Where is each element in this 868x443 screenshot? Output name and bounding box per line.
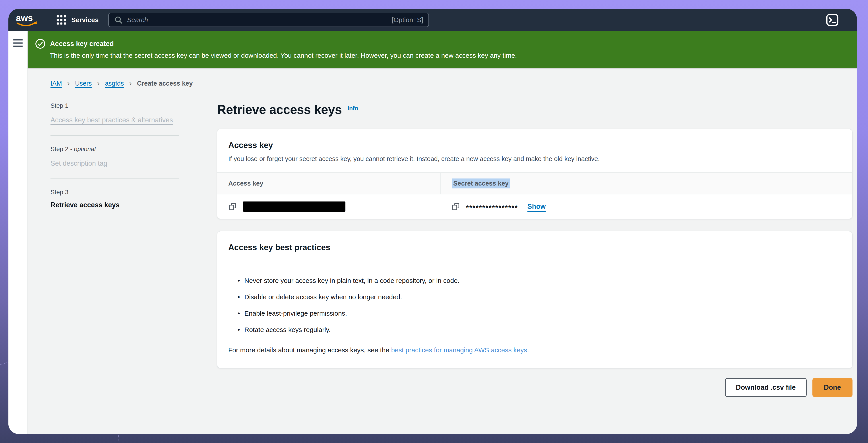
search-input[interactable]: Search [Option+S] bbox=[108, 13, 429, 27]
access-key-card: Access key If you lose or forget your se… bbox=[217, 129, 852, 219]
copy-access-key-icon[interactable] bbox=[228, 202, 237, 211]
copy-secret-key-icon[interactable] bbox=[452, 202, 460, 211]
side-nav-rail bbox=[8, 31, 28, 434]
selected-text-highlight: Secret access key bbox=[452, 178, 510, 189]
services-label: Services bbox=[71, 16, 98, 24]
hamburger-menu-icon[interactable] bbox=[13, 39, 23, 47]
bullet-text: Disable or delete access key when no lon… bbox=[244, 293, 402, 301]
bullet-text: Never store your access key in plain tex… bbox=[244, 277, 460, 284]
step-2-label: Step 2 - optional bbox=[51, 145, 179, 152]
svg-text:aws: aws bbox=[16, 13, 33, 23]
check-circle-icon bbox=[35, 38, 45, 49]
step-2-number: Step 2 bbox=[51, 145, 68, 152]
info-link[interactable]: Info bbox=[348, 105, 358, 112]
bullet-dot: • bbox=[238, 277, 240, 284]
aws-logo-icon: aws bbox=[14, 12, 40, 28]
done-button[interactable]: Done bbox=[812, 378, 853, 397]
bullet-dot: • bbox=[238, 326, 240, 334]
step-divider bbox=[51, 178, 179, 179]
breadcrumb-link-user[interactable]: asgfds bbox=[105, 80, 124, 87]
download-csv-button[interactable]: Download .csv file bbox=[725, 378, 806, 397]
breadcrumb-separator: › bbox=[129, 79, 131, 87]
step-2-link[interactable]: Set description tag bbox=[51, 160, 107, 167]
key-table-header: Access key Secret access key bbox=[217, 172, 852, 195]
search-icon bbox=[114, 15, 123, 24]
bullet-text: Rotate access keys regularly. bbox=[244, 326, 331, 334]
best-practices-title: Access key best practices bbox=[228, 243, 841, 252]
footer-text: For more details about managing access k… bbox=[228, 346, 391, 354]
breadcrumb: IAM › Users › asgfds › Create access key bbox=[51, 80, 852, 87]
aws-logo[interactable]: aws bbox=[14, 12, 40, 28]
step-1-label: Step 1 bbox=[51, 102, 179, 109]
bullet-text: Enable least-privilege permissions. bbox=[244, 310, 347, 317]
success-banner: Access key created This is the only time… bbox=[28, 31, 857, 68]
cloudshell-terminal-icon bbox=[826, 13, 839, 27]
bullet-dot: • bbox=[238, 293, 240, 301]
footer-actions: Download .csv file Done bbox=[217, 378, 852, 397]
column-header-access-key: Access key bbox=[217, 180, 440, 187]
redacted-access-key-value bbox=[243, 202, 345, 212]
list-item: •Never store your access key in plain te… bbox=[238, 277, 841, 284]
step-1-link[interactable]: Access key best practices & alternatives bbox=[51, 116, 173, 124]
step-divider bbox=[51, 135, 179, 136]
breadcrumb-separator: › bbox=[97, 79, 100, 87]
list-item: •Enable least-privilege permissions. bbox=[238, 310, 841, 317]
desktop-background: aws Services Search bbox=[0, 0, 868, 443]
search-keyboard-shortcut: [Option+S] bbox=[392, 16, 423, 24]
steps-nav: Step 1 Access key best practices & alter… bbox=[51, 102, 179, 209]
search-placeholder: Search bbox=[127, 16, 388, 24]
cloudshell-button[interactable] bbox=[826, 13, 839, 27]
key-table-row: **************** Show bbox=[217, 195, 852, 219]
breadcrumb-link-iam[interactable]: IAM bbox=[51, 80, 62, 87]
step-2-optional: - optional bbox=[70, 145, 96, 152]
masked-secret-key: **************** bbox=[466, 204, 518, 211]
column-header-secret-access-key: Secret access key bbox=[440, 173, 852, 194]
topbar-right-divider bbox=[846, 14, 846, 26]
topbar-divider bbox=[48, 14, 48, 26]
best-practices-link[interactable]: best practices for managing AWS access k… bbox=[391, 346, 527, 354]
banner-message: This is the only time that the secret ac… bbox=[50, 52, 844, 59]
step-3-current: Retrieve access keys bbox=[51, 201, 179, 209]
aws-top-nav: aws Services Search bbox=[8, 9, 857, 31]
step-3-label: Step 3 bbox=[51, 189, 179, 196]
best-practices-card: Access key best practices •Never store y… bbox=[217, 231, 852, 368]
page-content: IAM › Users › asgfds › Create access key… bbox=[28, 68, 857, 434]
breadcrumb-current: Create access key bbox=[137, 80, 193, 87]
show-secret-link[interactable]: Show bbox=[527, 203, 546, 210]
page-title-text: Retrieve access keys bbox=[217, 102, 342, 116]
banner-title: Access key created bbox=[50, 40, 114, 48]
main-area: Access key created This is the only time… bbox=[28, 31, 857, 434]
aws-console-window: aws Services Search bbox=[8, 9, 857, 434]
footer-text: . bbox=[527, 346, 529, 354]
main-column: Retrieve access keysInfo Access key If y… bbox=[217, 102, 852, 397]
breadcrumb-separator: › bbox=[67, 79, 70, 87]
access-key-card-description: If you lose or forget your secret access… bbox=[228, 155, 841, 163]
breadcrumb-link-users[interactable]: Users bbox=[75, 80, 92, 87]
page-title: Retrieve access keysInfo bbox=[217, 102, 852, 117]
list-item: •Disable or delete access key when no lo… bbox=[238, 293, 841, 301]
best-practices-list: •Never store your access key in plain te… bbox=[238, 277, 841, 334]
bullet-dot: • bbox=[238, 310, 240, 317]
access-key-card-title: Access key bbox=[228, 141, 841, 150]
best-practices-footer: For more details about managing access k… bbox=[228, 346, 841, 354]
services-menu-button[interactable]: Services bbox=[56, 15, 98, 25]
services-grid-icon bbox=[56, 15, 66, 25]
list-item: •Rotate access keys regularly. bbox=[238, 326, 841, 334]
